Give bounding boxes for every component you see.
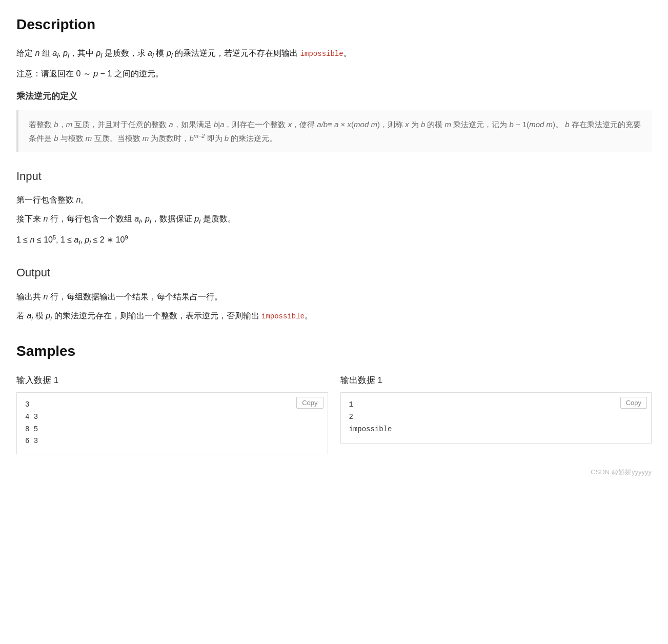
input-sample-data: 3 4 3 8 5 6 3 <box>25 399 319 448</box>
input-line3: 1 ≤ n ≤ 105, 1 ≤ ai, pi ≤ 2 ∗ 109 <box>16 233 652 249</box>
output-sample-label: 输出数据 1 <box>340 373 652 388</box>
output-sample-data: 1 2 impossible <box>349 399 643 435</box>
impossible-text-2: impossible <box>261 312 305 320</box>
input-title: Input <box>16 167 652 186</box>
definition-heading: 乘法逆元的定义 <box>16 89 652 104</box>
output-sample-box: Copy 1 2 impossible <box>340 392 652 444</box>
input-line1: 第一行包含整数 n。 <box>16 193 652 207</box>
copy-input-button[interactable]: Copy <box>296 397 323 409</box>
description-title: Description <box>16 12 652 37</box>
input-line2: 接下来 n 行，每行包含一个数组 ai, pi，数据保证 pi 是质数。 <box>16 212 652 228</box>
footer-text: CSDN @娇娇yyyyyy <box>16 467 652 478</box>
samples-title: Samples <box>16 339 652 364</box>
output-sample-section: 输出数据 1 Copy 1 2 impossible <box>340 373 652 454</box>
input-sample-section: 输入数据 1 Copy 3 4 3 8 5 6 3 <box>16 373 328 454</box>
description-line1: 给定 n 组 ai, pi，其中 pi 是质数，求 ai 模 pi 的乘法逆元，… <box>16 46 652 62</box>
impossible-text-1: impossible <box>300 50 343 58</box>
output-line2: 若 ai 模 pi 的乘法逆元存在，则输出一个整数，表示逆元，否则输出 impo… <box>16 309 652 325</box>
output-title: Output <box>16 263 652 282</box>
copy-output-button[interactable]: Copy <box>620 397 647 409</box>
input-sample-label: 输入数据 1 <box>16 373 328 388</box>
output-line1: 输出共 n 行，每组数据输出一个结果，每个结果占一行。 <box>16 290 652 304</box>
input-sample-box: Copy 3 4 3 8 5 6 3 <box>16 392 328 454</box>
description-line2: 注意：请返回在 0 ～ p − 1 之间的逆元。 <box>16 67 652 80</box>
definition-blockquote: 若整数 b，m 互质，并且对于任意的整数 a，如果满足 b|a，则存在一个整数 … <box>16 110 652 152</box>
samples-grid: 输入数据 1 Copy 3 4 3 8 5 6 3 输出数据 1 Copy 1 … <box>16 373 652 454</box>
